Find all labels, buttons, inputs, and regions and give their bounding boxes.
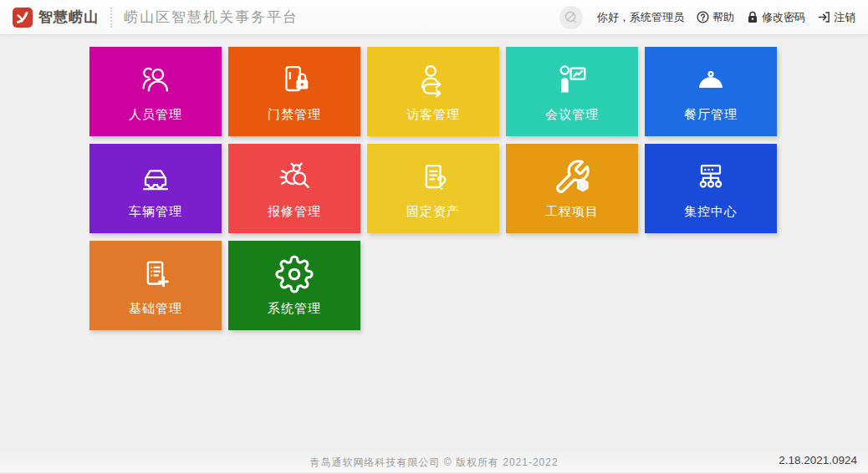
document-question-icon [414, 158, 452, 196]
bug-search-icon [275, 158, 314, 196]
tile-access-control[interactable]: 门禁管理 [228, 47, 360, 136]
wrench-nut-icon [553, 158, 591, 196]
tile-personnel[interactable]: 人员管理 [89, 47, 222, 136]
tile-meeting[interactable]: 会议管理 [506, 47, 638, 136]
help-label: 帮助 [712, 10, 734, 25]
change-password-label: 修改密码 [762, 10, 805, 25]
brand[interactable]: 智慧崂山 [13, 8, 99, 28]
tile-label: 车辆管理 [129, 204, 182, 220]
app-tile-grid: 人员管理 门禁管理 访客管理 会议管理 [89, 47, 777, 330]
copyright-text: 青岛通软网络科技有限公司 © 版权所有 2021-2022 [0, 456, 868, 470]
tile-label: 集控中心 [684, 204, 738, 220]
car-icon [136, 158, 175, 196]
tile-label: 人员管理 [129, 107, 182, 123]
version-number: 2.18.2021.0924 [779, 454, 857, 466]
logout-icon [818, 11, 830, 23]
change-password-menu-item[interactable]: 修改密码 [747, 10, 805, 25]
tile-vehicle[interactable]: 车辆管理 [89, 144, 222, 233]
user-avatar[interactable] [559, 6, 583, 29]
user-greeting: 你好，系统管理员 [597, 10, 684, 25]
tile-label: 基础管理 [129, 301, 182, 317]
door-lock-icon [275, 61, 314, 99]
platform-title: 崂山区智慧机关事务平台 [124, 8, 299, 27]
tile-label: 门禁管理 [268, 107, 321, 123]
tile-visitor[interactable]: 访客管理 [367, 47, 499, 136]
tile-label: 访客管理 [406, 107, 460, 123]
header-divider [110, 8, 112, 28]
tile-label: 餐厅管理 [684, 107, 738, 123]
footer: 青岛通软网络科技有限公司 © 版权所有 2021-2022 2.18.2021.… [0, 449, 868, 474]
tile-repair[interactable]: 报修管理 [228, 144, 360, 233]
brand-logo-icon [13, 8, 33, 28]
logout-menu-item[interactable]: 注销 [818, 10, 855, 25]
presentation-icon [553, 61, 591, 99]
tile-basic-management[interactable]: 基础管理 [89, 241, 222, 330]
document-plus-icon [136, 255, 175, 293]
tile-label: 报修管理 [268, 204, 321, 220]
logout-label: 注销 [834, 10, 855, 25]
lock-icon [747, 11, 758, 23]
visitor-arrows-icon [414, 61, 452, 99]
brand-name: 智慧崂山 [38, 8, 99, 27]
top-header: 智慧崂山 崂山区智慧机关事务平台 你好，系统管理员 帮助 [0, 0, 868, 35]
network-hub-icon [692, 158, 730, 196]
tile-fixed-assets[interactable]: 固定资产 [367, 144, 499, 233]
tile-system-management[interactable]: 系统管理 [228, 241, 360, 330]
people-icon [136, 61, 175, 99]
tile-engineering[interactable]: 工程项目 [506, 144, 638, 233]
help-menu-item[interactable]: 帮助 [697, 10, 734, 25]
food-cloche-icon [692, 61, 730, 99]
tile-label: 系统管理 [268, 301, 321, 317]
gear-icon [275, 255, 314, 293]
tile-label: 工程项目 [545, 204, 599, 220]
help-icon [697, 11, 709, 23]
tile-label: 固定资产 [406, 204, 460, 220]
tile-label: 会议管理 [545, 107, 599, 123]
tile-restaurant[interactable]: 餐厅管理 [645, 47, 777, 136]
tile-control-center[interactable]: 集控中心 [645, 144, 777, 233]
